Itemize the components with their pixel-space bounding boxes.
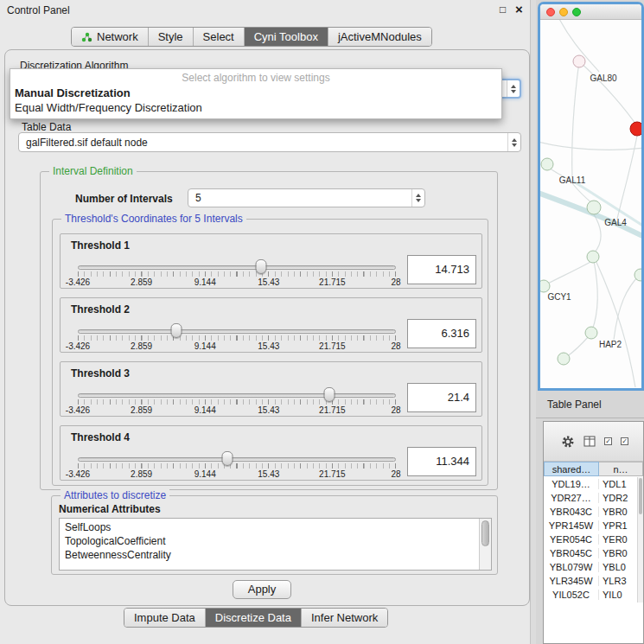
number-of-intervals-combo[interactable]: 5 [188, 188, 425, 207]
threshold-slider[interactable]: -3.426 2.859 9.144 15.43 21.715 28 [78, 386, 396, 417]
minimize-traffic-light-icon[interactable] [559, 8, 568, 16]
network-view[interactable]: GAL80 GAL11 GAL4 GCY1 HAP2 [540, 20, 641, 387]
group-legend: Attributes to discretize [61, 489, 169, 501]
tick-label: 2.859 [131, 405, 152, 415]
table-row[interactable]: YDL19…YDL1 [544, 477, 643, 491]
tab-select[interactable]: Select [193, 28, 244, 46]
node-circle [541, 158, 553, 170]
tab-label: Network [97, 30, 138, 43]
slider-thumb[interactable] [256, 259, 267, 274]
tab-cyni-toolbox[interactable]: Cyni Toolbox [244, 28, 328, 46]
threshold-label: Threshold 4 [71, 431, 130, 443]
dropdown-option-equal-width[interactable]: Equal Width/Frequency Discretization [10, 100, 501, 115]
slider-track[interactable] [78, 457, 396, 462]
tab-label: Discretize Data [215, 611, 291, 624]
tick-label: -3.426 [66, 341, 90, 351]
close-icon[interactable]: × [515, 2, 523, 16]
table-row[interactable]: YLR345WYLR3 [544, 574, 643, 588]
list-item[interactable]: SelfLoops [60, 520, 491, 534]
panel-title: Control Panel [7, 4, 70, 16]
close-traffic-light-icon[interactable] [546, 8, 555, 16]
table-body: YDL19…YDL1 YDR27…YDR2 YBR043CYBR0 YPR145… [544, 477, 643, 602]
table-scrollbar[interactable] [637, 477, 643, 603]
gear-icon[interactable] [561, 435, 575, 449]
threshold-slider[interactable]: -3.426 2.859 9.144 15.43 21.715 28 [78, 450, 396, 481]
node-circle [540, 280, 550, 292]
slider-thumb[interactable] [221, 451, 233, 466]
app-root: Control Panel □ × Network Style Select C… [0, 0, 644, 644]
float-window-icon[interactable]: □ [500, 3, 506, 16]
network-window-titlebar[interactable] [540, 4, 641, 20]
slider-thumb[interactable] [171, 323, 182, 338]
tick-label: 21.715 [319, 277, 346, 287]
scrollbar-thumb[interactable] [481, 520, 489, 546]
tick-label: 15.43 [258, 341, 279, 351]
table-row[interactable]: YDR27…YDR2 [544, 491, 643, 505]
columns-icon[interactable] [583, 436, 596, 447]
tick-label: 21.715 [319, 341, 346, 351]
node-circle [587, 201, 601, 214]
check-icon[interactable]: ✓ [604, 437, 612, 445]
table-row[interactable]: YPR145WYPR1 [544, 519, 643, 532]
tick-label: 2.859 [131, 277, 152, 287]
scrollbar-thumb[interactable] [639, 478, 642, 514]
threshold-row: Threshold 2 -3.426 2.859 9.144 15.43 21.… [60, 297, 482, 353]
node-label: GAL80 [590, 73, 616, 83]
tick-label: 21.715 [319, 405, 346, 415]
combo-stepper-icon[interactable] [507, 80, 520, 97]
table-row[interactable]: YIL052CYIL0 [544, 588, 643, 602]
tab-network[interactable]: Network [72, 28, 148, 46]
tab-style[interactable]: Style [148, 28, 193, 46]
tab-impute-data[interactable]: Impute Data [124, 609, 205, 627]
threshold-value-field[interactable]: 21.4 [407, 383, 476, 412]
threshold-slider[interactable]: -3.426 2.859 9.144 15.43 21.715 28 [78, 258, 396, 289]
tick-label: 2.859 [131, 341, 152, 351]
check-icon[interactable]: ✓ [621, 437, 628, 445]
node-circle [558, 353, 570, 365]
slider-thumb[interactable] [323, 387, 335, 402]
combo-stepper-icon[interactable] [507, 133, 520, 151]
panel-divider[interactable] [530, 0, 536, 644]
tab-label: Cyni Toolbox [254, 30, 318, 43]
number-of-intervals-label: Number of Intervals [75, 193, 173, 205]
tick-label: 15.43 [258, 469, 279, 479]
tab-infer-network[interactable]: Infer Network [301, 609, 387, 627]
threshold-value-field[interactable]: 11.344 [407, 447, 476, 476]
slider-track[interactable] [78, 329, 396, 334]
cyni-toolbox-panel: Discretization Algorithm Select algorith… [4, 49, 530, 606]
slider-track[interactable] [78, 393, 396, 398]
table-row[interactable]: YBL079WYBL0 [544, 560, 643, 574]
threshold-row: Threshold 3 -3.426 2.859 9.144 15.43 21.… [60, 361, 482, 417]
table-row[interactable]: YBR045CYBR0 [544, 546, 643, 560]
slider-ticks [78, 399, 396, 405]
tab-label: jActiveMNodules [338, 30, 422, 43]
node-label: HAP2 [599, 340, 622, 349]
tick-label: 9.144 [194, 405, 216, 415]
column-header-name[interactable]: n… [599, 462, 643, 476]
tab-discretize-data[interactable]: Discretize Data [205, 609, 301, 627]
list-item[interactable]: TopologicalCoefficient [60, 534, 491, 548]
combo-stepper-icon[interactable] [411, 189, 424, 207]
tick-label: 15.43 [258, 277, 279, 287]
node-label: GAL4 [604, 218, 627, 227]
threshold-value-field[interactable]: 14.713 [407, 255, 476, 284]
slider-scale: -3.426 2.859 9.144 15.43 21.715 28 [78, 405, 396, 416]
tab-jactivemnodules[interactable]: jActiveMNodules [328, 28, 431, 46]
tab-label: Impute Data [134, 611, 195, 624]
threshold-value-field[interactable]: 6.316 [407, 319, 476, 348]
apply-button[interactable]: Apply [233, 580, 291, 599]
column-header-shared-name[interactable]: shared… [544, 462, 599, 476]
threshold-slider[interactable]: -3.426 2.859 9.144 15.43 21.715 28 [78, 322, 396, 353]
zoom-traffic-light-icon[interactable] [572, 8, 581, 16]
dropdown-option-manual[interactable]: Manual Discretization [10, 86, 501, 100]
table-row[interactable]: YBR043CYBR0 [544, 505, 643, 519]
scrollbar[interactable] [479, 519, 491, 570]
slider-ticks [78, 271, 396, 277]
network-window: GAL80 GAL11 GAL4 GCY1 HAP2 [538, 2, 644, 391]
table-data-combo[interactable]: galFiltered.sif default node [18, 132, 521, 152]
slider-track[interactable] [78, 265, 396, 270]
tick-label: -3.426 [66, 469, 90, 479]
table-data-value: galFiltered.sif default node [19, 137, 507, 149]
table-row[interactable]: YER054CYER0 [544, 532, 643, 546]
list-item[interactable]: BetweennessCentrality [60, 548, 491, 562]
